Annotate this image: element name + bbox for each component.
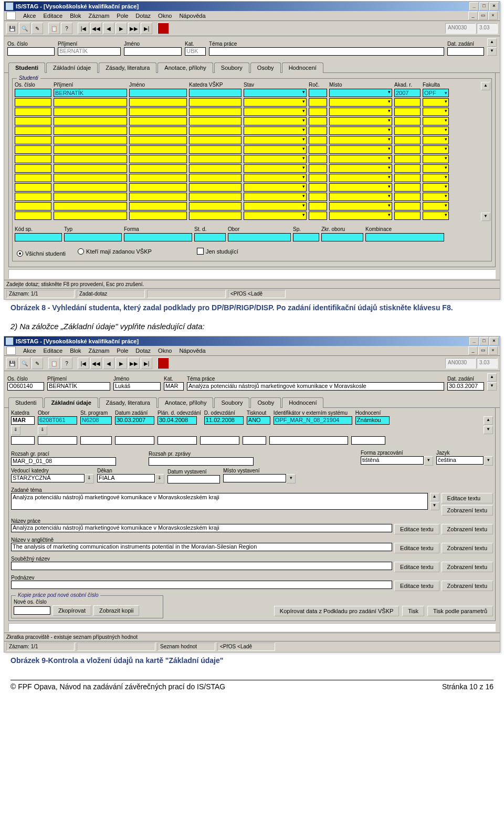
filter-down-icon[interactable]: ▼: [487, 382, 497, 391]
grid-cell[interactable]: [329, 174, 392, 182]
input-jmeno[interactable]: [124, 47, 182, 56]
grid-cell[interactable]: [244, 117, 307, 125]
menu-zaznam[interactable]: Záznam: [86, 12, 113, 19]
cell-fakulta[interactable]: OPF: [423, 89, 449, 97]
btn-editace-textu[interactable]: Editace textu: [394, 581, 439, 591]
grid-cell[interactable]: [54, 98, 127, 107]
grid-cell[interactable]: [329, 98, 392, 107]
nav-next-icon[interactable]: ▶: [116, 357, 127, 369]
cell-katedra[interactable]: [189, 89, 242, 97]
grid-cell[interactable]: [129, 136, 187, 144]
grid-cell[interactable]: [329, 145, 392, 154]
tool-stop-icon[interactable]: [158, 357, 169, 369]
grid-cell[interactable]: [129, 174, 187, 182]
menu-akce[interactable]: Akce: [20, 12, 39, 19]
cell-jmeno[interactable]: [129, 89, 187, 97]
input-plan-odevzdani[interactable]: 30.04.2008: [158, 416, 197, 425]
grid-cell[interactable]: [423, 98, 449, 107]
grid-cell[interactable]: [309, 145, 327, 154]
grid-cell[interactable]: [423, 127, 449, 135]
grid-cell[interactable]: [189, 145, 242, 154]
cell-misto[interactable]: [329, 89, 392, 97]
grid-cell[interactable]: [244, 183, 307, 192]
grid-cell[interactable]: [329, 193, 392, 201]
nav-next-icon[interactable]: ▶: [116, 23, 127, 34]
grid-cell[interactable]: [15, 145, 51, 154]
input-podnazev[interactable]: [11, 581, 392, 589]
select-jazyk[interactable]: čeština: [436, 456, 484, 465]
grid-cell[interactable]: [54, 202, 127, 211]
input-kat[interactable]: MAR: [164, 382, 184, 391]
input-os-cislo[interactable]: O060140: [7, 382, 44, 391]
grid-cell[interactable]: [15, 117, 51, 125]
grid-cell[interactable]: [129, 145, 187, 154]
grid-cell[interactable]: [54, 117, 127, 125]
scroll-up-icon[interactable]: ▲: [481, 82, 490, 90]
cell-os[interactable]: [15, 89, 51, 97]
grid-cell[interactable]: [189, 174, 242, 182]
grid-cell[interactable]: [15, 155, 51, 163]
grid-cell[interactable]: [54, 136, 127, 144]
btn-tisk-param[interactable]: Tisk podle parametrů: [427, 606, 493, 616]
cell-forma[interactable]: [124, 233, 192, 241]
input-datum-vystaveni[interactable]: [167, 475, 220, 483]
grid-cell[interactable]: [329, 155, 392, 163]
tab-hodnoceni[interactable]: Hodnocení: [282, 397, 323, 408]
nav-prev2-icon[interactable]: ◀◀: [90, 357, 102, 369]
grid-cell[interactable]: [54, 108, 127, 116]
grid-cell[interactable]: [329, 108, 392, 116]
btn-editace-textu[interactable]: Editace textu: [394, 562, 439, 572]
grid-cell[interactable]: [423, 183, 449, 192]
menu-okno[interactable]: Okno: [155, 347, 175, 354]
tool-paste-icon[interactable]: 📋: [48, 23, 60, 34]
grid-cell[interactable]: [244, 193, 307, 201]
grid-row[interactable]: [15, 127, 479, 135]
grid-cell[interactable]: [309, 108, 327, 116]
grid-row[interactable]: [15, 164, 479, 173]
grid-cell[interactable]: [129, 212, 187, 220]
menu-editace[interactable]: Editace: [40, 347, 66, 354]
grid-cell[interactable]: [129, 108, 187, 116]
input-misto-vystaveni[interactable]: [223, 474, 286, 482]
cell-typ[interactable]: [64, 233, 122, 241]
grid-cell[interactable]: [189, 164, 242, 173]
grid-cell[interactable]: [129, 193, 187, 201]
grid-cell[interactable]: [329, 164, 392, 173]
tab-soubory[interactable]: Soubory: [214, 397, 249, 408]
tab-zakladni[interactable]: Základní údaje: [44, 397, 98, 408]
input-identifikator[interactable]: OPF_MAR_N_08_21904: [274, 416, 352, 425]
tool-save-icon[interactable]: 💾: [6, 23, 18, 34]
grid-cell[interactable]: [244, 155, 307, 163]
grid-row[interactable]: [15, 183, 479, 192]
grid-row[interactable]: [15, 155, 479, 163]
tab-osoby[interactable]: Osoby: [250, 397, 281, 408]
tab-studenti[interactable]: Studenti: [8, 397, 43, 408]
grid-cell[interactable]: [15, 212, 51, 220]
grid-row[interactable]: [15, 117, 479, 125]
grid-cell[interactable]: [423, 164, 449, 173]
input-prijmeni[interactable]: BERNATÍK: [58, 47, 121, 56]
grid-cell[interactable]: [244, 145, 307, 154]
tool-stop-icon[interactable]: [158, 23, 169, 34]
grid-cell[interactable]: [394, 183, 421, 192]
input-stprog[interactable]: N6208: [80, 416, 112, 425]
grid-cell[interactable]: [189, 155, 242, 163]
tool-pencil-icon[interactable]: ✎: [32, 23, 43, 34]
input-datum-zadani[interactable]: 30.03.2007: [115, 416, 154, 425]
tab-osoby[interactable]: Osoby: [250, 62, 281, 73]
close-button[interactable]: ×: [489, 2, 499, 10]
grid-cell[interactable]: [129, 164, 187, 173]
tool-help-icon[interactable]: ?: [61, 23, 72, 34]
cell-obor[interactable]: [228, 233, 291, 241]
tab-hodnoceni[interactable]: Hodnocení: [282, 62, 323, 73]
grid-cell[interactable]: [309, 117, 327, 125]
nav-first-icon[interactable]: |◀: [78, 23, 89, 34]
btn-zobrazeni-textu[interactable]: Zobrazení textu: [442, 524, 493, 534]
grid-cell[interactable]: [189, 108, 242, 116]
grid-cell[interactable]: [189, 202, 242, 211]
btn-zkopirovat[interactable]: Zkopírovat: [52, 605, 91, 616]
input-tema[interactable]: Analýza potenciálu nástrojů marketingové…: [187, 382, 444, 391]
cell-komb[interactable]: [365, 233, 444, 241]
grid-cell[interactable]: [394, 212, 421, 220]
grid-cell[interactable]: [244, 108, 307, 116]
